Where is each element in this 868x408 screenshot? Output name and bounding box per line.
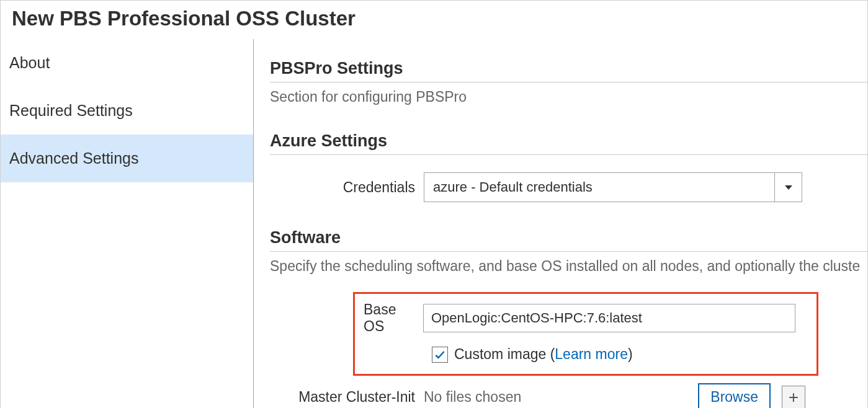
base-os-label: Base OS [361, 301, 423, 335]
divider [270, 82, 867, 82]
browse-button[interactable]: Browse [698, 383, 771, 408]
software-heading: Software [270, 228, 867, 247]
sidebar-item-about[interactable]: About [1, 39, 253, 87]
pbspro-heading: PBSPro Settings [270, 59, 867, 78]
divider [270, 154, 867, 155]
page-title: New PBS Professional OSS Cluster [1, 1, 867, 39]
credentials-value: azure - Default credentials [424, 173, 774, 202]
custom-image-label: Custom image (Learn more) [454, 346, 633, 363]
sidebar-item-required-settings[interactable]: Required Settings [1, 87, 253, 135]
divider [270, 251, 867, 252]
master-cluster-init-label: Master Cluster-Init [270, 389, 424, 406]
no-files-text: No files chosen [424, 389, 698, 406]
chevron-down-icon[interactable] [774, 173, 802, 202]
azure-heading: Azure Settings [270, 131, 867, 151]
highlight-box: Base OS Custom image (Learn more) [353, 292, 818, 376]
sidebar-item-advanced-settings[interactable]: Advanced Settings [1, 135, 253, 182]
add-button[interactable]: + [782, 386, 805, 409]
credentials-label: Credentials [270, 179, 424, 196]
learn-more-link[interactable]: Learn more [555, 346, 628, 362]
plus-icon: + [789, 388, 799, 407]
main-content: PBSPro Settings Section for configuring … [254, 39, 867, 408]
sidebar: About Required Settings Advanced Setting… [1, 39, 254, 408]
credentials-dropdown[interactable]: azure - Default credentials [424, 172, 802, 202]
check-icon [434, 348, 446, 361]
pbspro-description: Section for configuring PBSPro [270, 89, 867, 105]
custom-image-checkbox[interactable] [432, 347, 448, 363]
software-description: Specify the scheduling software, and bas… [270, 258, 867, 275]
base-os-input[interactable] [423, 304, 795, 332]
